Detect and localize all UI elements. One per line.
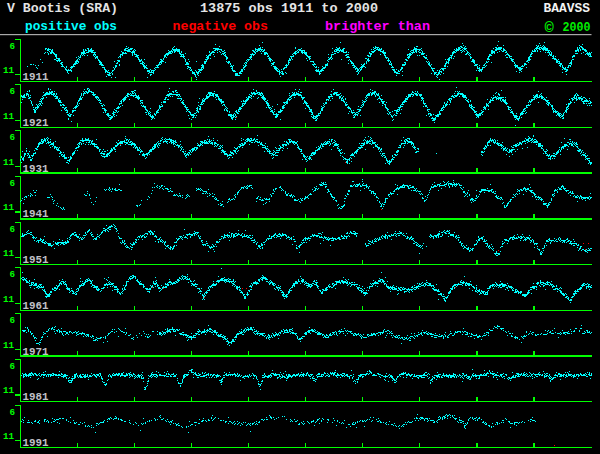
svg-text:11: 11 — [3, 248, 14, 259]
svg-text:11: 11 — [3, 111, 14, 122]
svg-text:6: 6 — [10, 224, 16, 235]
svg-text:1991: 1991 — [23, 437, 49, 449]
svg-text:11: 11 — [3, 65, 14, 76]
svg-text:11: 11 — [3, 294, 14, 305]
svg-text:positive obs: positive obs — [25, 19, 117, 34]
svg-text:brighter than: brighter than — [325, 19, 430, 34]
svg-text:1961: 1961 — [23, 300, 49, 312]
svg-text:13875 obs 1911 to 2000: 13875 obs 1911 to 2000 — [200, 1, 378, 16]
svg-text:6: 6 — [10, 407, 16, 418]
svg-text:11: 11 — [3, 431, 14, 442]
svg-text:1971: 1971 — [23, 346, 49, 358]
svg-text:BAAVSS: BAAVSS — [544, 1, 591, 16]
svg-text:1981: 1981 — [23, 391, 49, 403]
svg-text:6: 6 — [10, 86, 16, 97]
svg-text:6: 6 — [10, 361, 16, 372]
svg-text:1941: 1941 — [23, 208, 49, 220]
svg-text:V Bootis (SRA): V Bootis (SRA) — [7, 1, 118, 16]
svg-text:6: 6 — [10, 178, 16, 189]
svg-text:negative obs: negative obs — [173, 19, 269, 34]
svg-text:6: 6 — [10, 41, 16, 52]
svg-text:11: 11 — [3, 340, 14, 351]
svg-text:6: 6 — [10, 269, 16, 280]
svg-text:©: © — [545, 19, 555, 37]
svg-text:11: 11 — [3, 385, 14, 396]
svg-text:1951: 1951 — [23, 254, 49, 266]
svg-text:1911: 1911 — [23, 71, 49, 83]
svg-text:11: 11 — [3, 202, 14, 213]
svg-text:6: 6 — [10, 132, 16, 143]
svg-text:2000: 2000 — [563, 20, 591, 35]
svg-text:1931: 1931 — [23, 163, 49, 175]
svg-text:11: 11 — [3, 157, 14, 168]
svg-text:1921: 1921 — [23, 117, 49, 129]
svg-text:6: 6 — [10, 315, 16, 326]
